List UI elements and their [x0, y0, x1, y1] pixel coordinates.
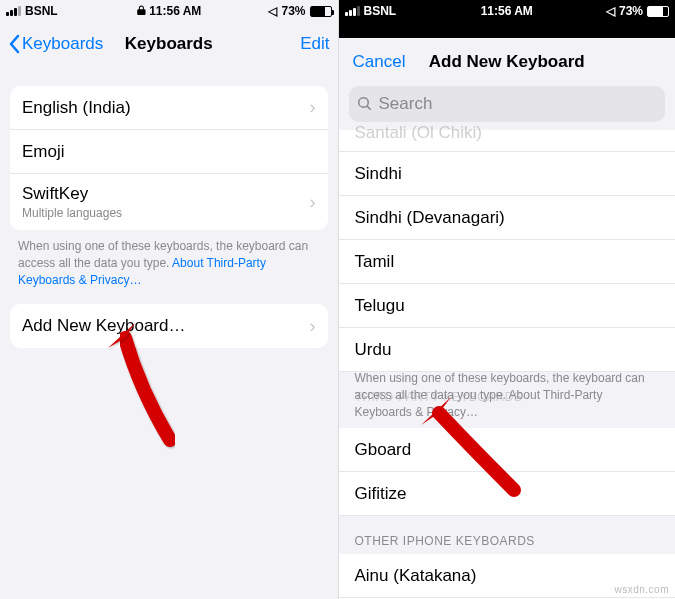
- modal-title: Add New Keyboard: [429, 52, 585, 72]
- edit-button[interactable]: Edit: [300, 34, 329, 54]
- add-new-keyboard-button[interactable]: Add New Keyboard… ›: [10, 304, 328, 348]
- chevron-right-icon: ›: [310, 316, 316, 337]
- add-keyboard-section: Add New Keyboard… ›: [10, 304, 328, 348]
- keyboard-row-swiftkey[interactable]: SwiftKey Multiple languages ›: [10, 174, 328, 230]
- left-screenshot: BSNL 11:56 AM ◁ 73% Keyboards Keyboards …: [0, 0, 338, 599]
- row-label: Ainu (Katakana): [355, 566, 477, 586]
- row-label: Sindhi: [355, 164, 402, 184]
- battery-icon: [647, 6, 669, 17]
- row-label: English (India): [22, 98, 131, 118]
- lock-icon: [136, 4, 146, 18]
- keyboards-list: English (India) › Emoji SwiftKey Multipl…: [10, 86, 328, 230]
- row-label: Tamil: [355, 252, 395, 272]
- clock-label: 11:56 AM: [149, 4, 201, 18]
- chevron-right-icon: ›: [310, 97, 316, 118]
- row-label: Santali (Ol Chiki): [355, 123, 483, 143]
- signal-icon: [345, 6, 360, 16]
- signal-icon: [6, 6, 21, 16]
- row-label: Gboard: [355, 440, 412, 460]
- keyboard-row-emoji[interactable]: Emoji: [10, 130, 328, 174]
- row-label: Gifitize: [355, 484, 407, 504]
- search-input[interactable]: Search: [349, 86, 666, 122]
- chevron-left-icon: [8, 34, 20, 54]
- battery-percent: 73%: [281, 4, 305, 18]
- row-label: Urdu: [355, 340, 392, 360]
- language-list: Santali (Ol Chiki) Sindhi Sindhi (Devana…: [339, 130, 676, 372]
- list-item-gifitize[interactable]: Gifitize: [339, 472, 676, 516]
- status-bar: BSNL 11:56 AM ◁ 73%: [339, 0, 676, 22]
- location-icon: ◁: [606, 4, 615, 18]
- list-item[interactable]: Sindhi: [339, 152, 676, 196]
- keyboard-row-english[interactable]: English (India) ›: [10, 86, 328, 130]
- modal-navbar: Cancel Add New Keyboard: [339, 38, 676, 86]
- row-label: Sindhi (Devanagari): [355, 208, 505, 228]
- cancel-button[interactable]: Cancel: [353, 52, 406, 72]
- list-item[interactable]: Urdu: [339, 328, 676, 372]
- other-keyboards-header: OTHER IPHONE KEYBOARDS: [339, 516, 676, 554]
- row-label: SwiftKey: [22, 184, 122, 204]
- battery-percent: 73%: [619, 4, 643, 18]
- list-item[interactable]: Sindhi (Devanagari): [339, 196, 676, 240]
- list-item[interactable]: Tamil: [339, 240, 676, 284]
- status-bar: BSNL 11:56 AM ◁ 73%: [0, 0, 338, 22]
- row-label: Emoji: [22, 142, 65, 162]
- clock-label: 11:56 AM: [481, 4, 533, 18]
- location-icon: ◁: [268, 4, 277, 18]
- row-label: Add New Keyboard…: [22, 316, 185, 336]
- third-party-list: Gboard Gifitize: [339, 428, 676, 516]
- list-item-gboard[interactable]: Gboard: [339, 428, 676, 472]
- navbar: Keyboards Keyboards Edit: [0, 22, 338, 66]
- search-icon: [357, 96, 373, 112]
- search-placeholder: Search: [379, 94, 433, 114]
- page-title: Keyboards: [125, 34, 213, 54]
- right-screenshot: BSNL 11:56 AM ◁ 73% Cancel Add New Keybo…: [338, 0, 676, 599]
- watermark: wsxdn.com: [614, 584, 669, 595]
- carrier-label: BSNL: [364, 4, 397, 18]
- chevron-right-icon: ›: [310, 192, 316, 213]
- list-item[interactable]: Telugu: [339, 284, 676, 328]
- row-label: Telugu: [355, 296, 405, 316]
- row-sublabel: Multiple languages: [22, 206, 122, 220]
- back-button[interactable]: Keyboards: [8, 34, 103, 54]
- overlay-privacy-note: When using one of these keyboards, the k…: [339, 370, 676, 420]
- battery-icon: [310, 6, 332, 17]
- carrier-label: BSNL: [25, 4, 58, 18]
- list-item[interactable]: Santali (Ol Chiki): [339, 130, 676, 152]
- back-label: Keyboards: [22, 34, 103, 54]
- add-keyboard-sheet: Cancel Add New Keyboard Search Santali (…: [339, 38, 676, 599]
- privacy-footer: When using one of these keyboards, the k…: [0, 230, 338, 288]
